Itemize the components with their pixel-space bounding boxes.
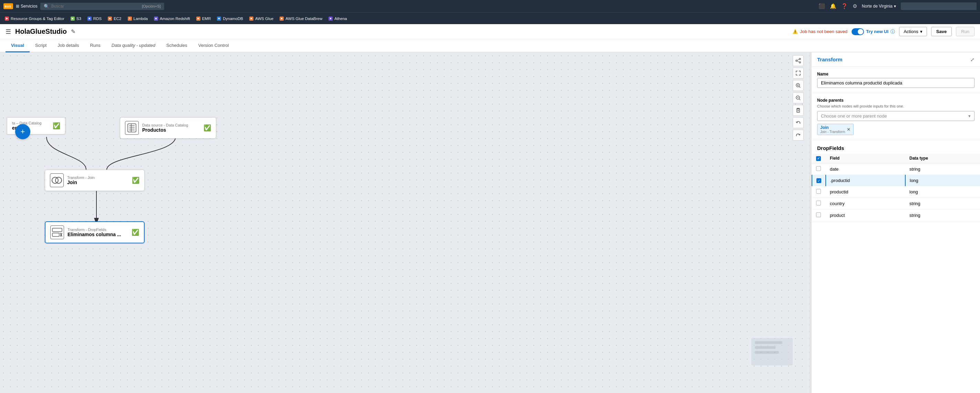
svg-text:aws: aws [5,5,11,8]
tag-sublabel: Join - Transform [820,130,845,134]
sidebar-item-databrew[interactable]: ■ AWS Glue DataBrew [278,15,325,22]
warning-text: Job has not been saved [800,29,848,34]
glue-icon: ■ [249,16,253,21]
table-row: productstring [812,209,980,221]
node-join[interactable]: Transform - Join Join ✅ [45,169,145,191]
nav-icons: ⬛ 🔔 ❓ ⚙ Norte de Virginia ▾ [818,2,977,10]
rds-icon: ■ [88,16,92,21]
account-menu[interactable] [901,2,977,10]
redshift-label: Amazon Redshift [160,16,190,21]
actions-label: Actions [904,29,918,34]
tab-script[interactable]: Script [30,39,52,53]
type-cell-country: string [905,198,980,209]
athena-label: Athena [334,16,347,21]
table-row: productidlong [812,186,980,198]
svg-rect-12 [52,233,59,236]
catalog-icon [125,121,139,135]
name-label: Name [817,72,975,77]
table-row: datestring [812,163,980,175]
node-catalog-productos[interactable]: Data source - Data Catalog Productos ✅ [120,117,216,139]
sidebar-item-athena[interactable]: ■ Athena [326,15,349,22]
right-panel: Transform ⤢ Name Node parents Choose whi… [811,53,980,393]
checkbox-productid-dot[interactable]: ✓ [816,178,821,183]
aws-navbar: aws ⊞ Servicios 🔍 [Opción+S] ⬛ 🔔 ❓ ⚙ Nor… [0,0,980,13]
redshift-icon: ■ [154,16,158,21]
checkbox-productid[interactable] [816,189,821,194]
try-new-ui-toggle[interactable]: Try new UI ⓘ [851,28,895,35]
region-selector[interactable]: Norte de Virginia ▾ [862,4,896,9]
help-icon[interactable]: ❓ [841,3,848,9]
sidebar-item-lambda[interactable]: λ Lambda [126,15,150,22]
athena-icon: ■ [328,16,332,21]
tab-visual[interactable]: Visual [5,39,30,53]
join-icon [50,173,64,187]
checkbox-date[interactable] [816,166,821,171]
undo-tool[interactable] [793,117,804,128]
sidebar-item-resource-groups[interactable]: ▶ Resource Groups & Tag Editor [3,15,67,22]
svg-rect-27 [797,109,800,112]
table-header-row: ✓ Field Data type [812,154,980,163]
node-parents-desc: Choose which nodes will provide inputs f… [817,104,975,108]
zoom-out-tool[interactable] [793,93,804,104]
name-input[interactable] [817,78,975,88]
svg-rect-11 [52,228,62,232]
field-column-header: Field [826,154,905,163]
bell-icon[interactable]: 🔔 [830,3,837,9]
expand-icon[interactable]: ⤢ [970,57,975,62]
aws-logo-icon[interactable]: aws [3,3,13,9]
add-node-button[interactable]: + [15,124,30,139]
run-button[interactable]: Run [956,27,975,36]
tab-version-control[interactable]: Version Control [193,39,234,53]
zoom-in-tool[interactable] [793,80,804,91]
ec2-icon: ■ [108,16,112,21]
toggle-label: Try new UI [866,29,888,34]
toggle-track[interactable] [851,28,864,35]
tab-data-quality[interactable]: Data quality - updated [106,39,161,53]
sidebar-item-redshift[interactable]: ■ Amazon Redshift [152,15,192,22]
sidebar-item-ec2[interactable]: ■ EC2 [106,15,123,22]
glue-label: AWS Glue [255,16,274,21]
sidebar-item-glue[interactable]: ■ AWS Glue [247,15,275,22]
field-cell-productid-dot: .productid [826,175,905,186]
delete-tool[interactable] [793,105,804,116]
sidebar-item-s3[interactable]: ■ S3 [68,15,83,22]
type-cell-product: string [905,209,980,221]
sidebar-item-rds[interactable]: ■ RDS [85,15,103,22]
emr-icon: ■ [196,16,200,21]
dynamodb-icon: ■ [217,16,221,21]
emr-label: EMR [202,16,211,21]
canvas-area[interactable]: + ta – Data Catalog ent... ✅ [0,53,809,393]
sidebar-item-dynamodb[interactable]: ■ DynamoDB [215,15,245,22]
fit-tool[interactable] [793,67,804,78]
tab-schedules[interactable]: Schedules [161,39,193,53]
actions-button[interactable]: Actions ▾ [899,27,927,36]
settings-icon[interactable]: ⚙ [853,3,857,9]
table-row: ✓.productidlong [812,175,980,186]
search-input[interactable] [51,4,140,9]
share-tool[interactable] [793,55,804,66]
s3-label: S3 [76,16,81,21]
tag-close-icon[interactable]: ✕ [847,127,851,132]
checkbox-country[interactable] [816,201,821,206]
grid-icon: ⊞ [16,4,19,9]
save-button[interactable]: Save [931,27,952,36]
tag-name: Join [820,125,845,130]
parent-node-dropdown[interactable]: Choose one or more parent node ▾ [817,111,975,121]
select-all-checkbox[interactable]: ✓ [816,156,821,161]
svg-line-26 [799,99,800,100]
field-cell-country: country [826,198,905,209]
tab-runs[interactable]: Runs [84,39,106,53]
cloud-shell-icon[interactable]: ⬛ [818,3,825,9]
edit-icon[interactable]: ✎ [71,28,75,35]
checkbox-product[interactable] [816,212,821,217]
hamburger-menu[interactable]: ☰ [5,28,11,35]
redo-tool[interactable] [793,129,804,141]
tab-job-details[interactable]: Job details [52,39,84,53]
info-icon[interactable]: ⓘ [891,29,895,35]
services-menu[interactable]: ⊞ Servicios [16,4,38,9]
tag-content: Join Join - Transform [820,125,845,134]
parent-tag-container: Join Join - Transform ✕ [817,124,975,135]
field-cell-date: date [826,163,905,175]
node-dropfields[interactable]: Transform - DropFields Eliminamos column… [45,221,145,243]
sidebar-item-emr[interactable]: ■ EMR [194,15,213,22]
